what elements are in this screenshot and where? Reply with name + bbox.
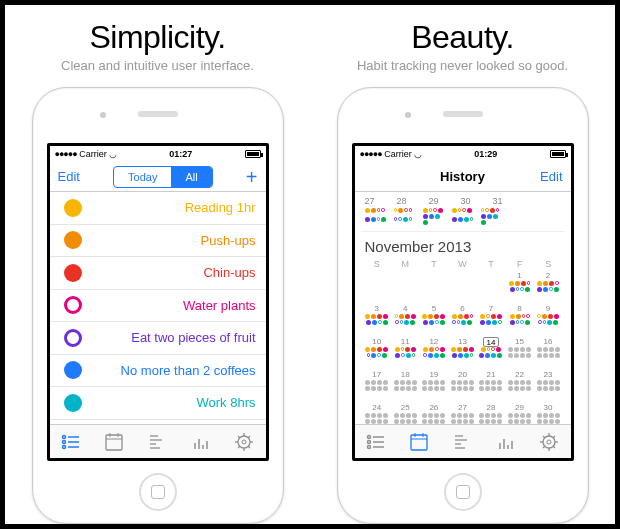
calendar-day[interactable]: 4 xyxy=(391,304,420,337)
habit-row[interactable]: Eat two pieces of fruit xyxy=(50,322,266,355)
day-dot-cluster xyxy=(365,347,389,358)
calendar-day[interactable]: 9 xyxy=(534,304,563,337)
calendar-day[interactable]: 18 xyxy=(391,370,420,403)
nav-bar: History Edit xyxy=(355,162,571,192)
day-dot-cluster xyxy=(508,281,532,292)
calendar-day[interactable]: 10 xyxy=(363,337,392,370)
day-number: 22 xyxy=(515,370,524,380)
stats-icon[interactable] xyxy=(451,431,473,453)
subhead-right: Habit tracking never looked so good. xyxy=(357,58,568,73)
habit-row[interactable]: Work 8hrs xyxy=(50,387,266,420)
calendar-day[interactable]: 16 xyxy=(534,337,563,370)
calendar-day[interactable]: 8 xyxy=(505,304,534,337)
segmented-control[interactable]: Today All xyxy=(113,166,213,188)
day-dot-cluster xyxy=(452,208,474,225)
calendar-day[interactable]: 5 xyxy=(420,304,449,337)
habit-label: Work 8hrs xyxy=(94,395,256,410)
day-dot-cluster xyxy=(422,413,446,424)
gear-icon[interactable] xyxy=(233,431,255,453)
seg-all[interactable]: All xyxy=(171,167,211,187)
day-number: 6 xyxy=(460,304,464,314)
prev-day-number: 30 xyxy=(461,196,471,206)
gear-icon[interactable] xyxy=(538,431,560,453)
chart-icon[interactable] xyxy=(190,431,212,453)
calendar-day[interactable]: 3 xyxy=(363,304,392,337)
svg-point-30 xyxy=(368,440,371,443)
habit-row[interactable]: Water plants xyxy=(50,290,266,323)
day-number: 24 xyxy=(372,403,381,413)
day-number: 8 xyxy=(517,304,521,314)
day-number: 13 xyxy=(458,337,467,347)
calendar-day[interactable]: 14 xyxy=(477,337,506,370)
calendar-day[interactable]: 23 xyxy=(534,370,563,403)
day-number: 7 xyxy=(489,304,493,314)
stats-icon[interactable] xyxy=(146,431,168,453)
habit-color-dot xyxy=(64,329,82,347)
day-number: 17 xyxy=(372,370,381,380)
day-dot-cluster xyxy=(508,314,532,325)
calendar-day[interactable]: 17 xyxy=(363,370,392,403)
home-button[interactable] xyxy=(444,473,482,511)
add-button[interactable]: + xyxy=(246,167,258,187)
day-dot-cluster xyxy=(422,380,446,391)
phone-frame-left: ●●●●● Carrier ◡ 01:27 Edit Today All + R… xyxy=(32,87,284,524)
list-icon[interactable] xyxy=(365,431,387,453)
habit-color-dot xyxy=(64,231,82,249)
day-number: 26 xyxy=(429,403,438,413)
calendar-day[interactable]: 13 xyxy=(448,337,477,370)
calendar-day[interactable]: 11 xyxy=(391,337,420,370)
day-dot-cluster xyxy=(365,314,389,325)
seg-today[interactable]: Today xyxy=(114,167,171,187)
calendar-icon[interactable] xyxy=(408,431,430,453)
calendar-day[interactable]: 15 xyxy=(505,337,534,370)
calendar-day[interactable]: 12 xyxy=(420,337,449,370)
day-dot-cluster xyxy=(450,347,474,358)
calendar-day[interactable]: 19 xyxy=(420,370,449,403)
habit-label: Reading 1hr xyxy=(94,200,256,215)
day-dot-cluster xyxy=(536,347,560,358)
habit-color-dot xyxy=(64,361,82,379)
day-number: 10 xyxy=(372,337,381,347)
edit-button[interactable]: Edit xyxy=(533,169,563,184)
habit-label: Water plants xyxy=(94,298,256,313)
list-icon[interactable] xyxy=(60,431,82,453)
dow-label: S xyxy=(534,259,563,269)
tab-bar xyxy=(355,424,571,458)
day-dot-cluster xyxy=(450,413,474,424)
calendar-day[interactable]: 21 xyxy=(477,370,506,403)
habit-row[interactable]: Reading 1hr xyxy=(50,192,266,225)
habit-row[interactable]: Push-ups xyxy=(50,225,266,258)
home-button[interactable] xyxy=(139,473,177,511)
day-number: 28 xyxy=(487,403,496,413)
edit-button[interactable]: Edit xyxy=(58,169,80,184)
svg-line-24 xyxy=(238,436,240,438)
calendar-day[interactable]: 1 xyxy=(505,271,534,304)
calendar-icon[interactable] xyxy=(103,431,125,453)
svg-point-0 xyxy=(63,435,66,438)
subhead-left: Clean and intuitive user interface. xyxy=(61,58,254,73)
svg-rect-34 xyxy=(411,435,427,450)
calendar-day[interactable]: 6 xyxy=(448,304,477,337)
svg-point-28 xyxy=(368,435,371,438)
habit-label: Push-ups xyxy=(94,233,256,248)
calendar-day[interactable]: 7 xyxy=(477,304,506,337)
habit-row[interactable]: Chin-ups xyxy=(50,257,266,290)
habit-color-dot xyxy=(64,199,82,217)
calendar-day[interactable]: 20 xyxy=(448,370,477,403)
day-dot-cluster xyxy=(393,314,417,325)
svg-line-52 xyxy=(543,436,545,438)
day-dot-cluster xyxy=(481,208,503,225)
day-number: 25 xyxy=(401,403,410,413)
day-number: 9 xyxy=(546,304,550,314)
calendar-day[interactable]: 2 xyxy=(534,271,563,304)
prev-day-number: 31 xyxy=(493,196,503,206)
habit-row[interactable]: No more than 2 coffees xyxy=(50,355,266,388)
day-number: 30 xyxy=(544,403,553,413)
dow-label: M xyxy=(391,259,420,269)
day-dot-cluster xyxy=(536,413,560,424)
day-dot-cluster xyxy=(422,347,446,358)
headline-right: Beauty. xyxy=(411,19,514,56)
dow-label: T xyxy=(477,259,506,269)
calendar-day[interactable]: 22 xyxy=(505,370,534,403)
chart-icon[interactable] xyxy=(495,431,517,453)
